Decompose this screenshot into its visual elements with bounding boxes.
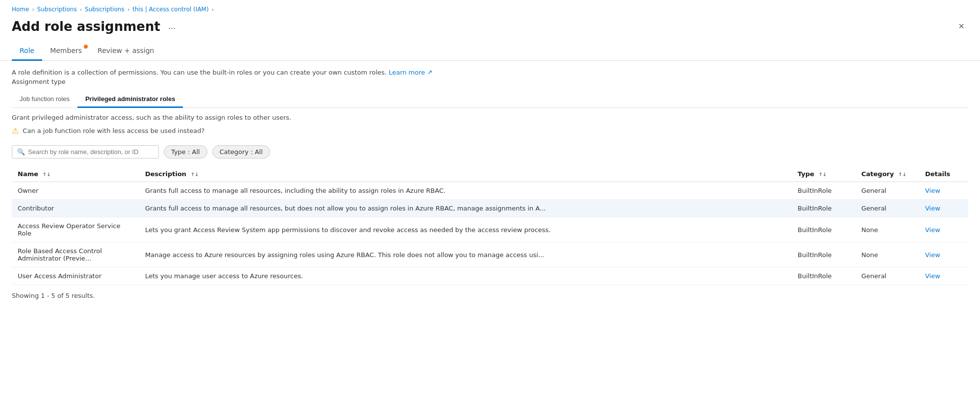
breadcrumb: Home › Subscriptions › Subscriptions › t… <box>0 0 980 17</box>
role-tab-job[interactable]: Job function roles <box>12 91 77 108</box>
sort-category: ↑↓ <box>898 172 906 177</box>
learn-more-link[interactable]: Learn more ↗ <box>389 69 432 76</box>
description-text: A role definition is a collection of per… <box>12 69 968 76</box>
cell-description: Grants full access to manage all resourc… <box>139 200 792 217</box>
showing-text: Showing 1 - 5 of 5 results. <box>12 292 968 299</box>
main-content: A role definition is a collection of per… <box>0 69 980 299</box>
breadcrumb-sep-2: › <box>80 6 82 13</box>
cell-type: BuiltInRole <box>792 217 855 242</box>
cell-description: Manage access to Azure resources by assi… <box>139 242 792 267</box>
sort-type: ↑↓ <box>818 172 827 177</box>
cell-details: View <box>919 200 968 217</box>
warning-row: ⚠ Can a job function role with less acce… <box>12 126 968 135</box>
breadcrumb-subscriptions-2[interactable]: Subscriptions <box>85 6 125 13</box>
tab-members[interactable]: Members <box>42 42 90 61</box>
grant-text: Grant privileged administrator access, s… <box>12 114 968 121</box>
cell-name: User Access Administrator <box>12 267 139 285</box>
breadcrumb-sep-3: › <box>127 6 129 13</box>
cell-category: None <box>855 217 919 242</box>
col-header-description[interactable]: Description ↑↓ <box>139 166 792 182</box>
view-link[interactable]: View <box>925 187 940 194</box>
cell-details: View <box>919 267 968 285</box>
page-title: Add role assignment <box>12 19 160 34</box>
warning-icon: ⚠ <box>12 126 19 135</box>
cell-name: Access Review Operator Service Role <box>12 217 139 242</box>
table-row[interactable]: Role Based Access Control Administrator … <box>12 242 968 267</box>
cell-type: BuiltInRole <box>792 200 855 217</box>
cell-details: View <box>919 182 968 200</box>
breadcrumb-subscriptions-1[interactable]: Subscriptions <box>37 6 77 13</box>
cell-name: Owner <box>12 182 139 200</box>
assignment-type-label: Assignment type <box>12 78 968 85</box>
search-input[interactable] <box>28 148 153 156</box>
table-row[interactable]: Owner Grants full access to manage all r… <box>12 182 968 200</box>
view-link[interactable]: View <box>925 251 940 259</box>
cell-type: BuiltInRole <box>792 182 855 200</box>
cell-category: General <box>855 182 919 200</box>
sort-name: ↑↓ <box>43 172 51 177</box>
view-link[interactable]: View <box>925 272 940 280</box>
cell-description: Lets you manage user access to Azure res… <box>139 267 792 285</box>
table-row[interactable]: Access Review Operator Service Role Lets… <box>12 217 968 242</box>
cell-name: Contributor <box>12 200 139 217</box>
col-header-name[interactable]: Name ↑↓ <box>12 166 139 182</box>
cell-category: None <box>855 242 919 267</box>
tab-role[interactable]: Role <box>12 42 42 61</box>
table-row[interactable]: Contributor Grants full access to manage… <box>12 200 968 217</box>
view-link[interactable]: View <box>925 226 940 234</box>
cell-details: View <box>919 217 968 242</box>
page-title-row: Add role assignment ... <box>12 19 178 34</box>
cell-type: BuiltInRole <box>792 242 855 267</box>
role-tab-privileged[interactable]: Privileged administrator roles <box>77 91 183 108</box>
type-filter-chip[interactable]: Type : All <box>164 145 207 158</box>
breadcrumb-sep-4: › <box>212 6 214 13</box>
ellipsis-button[interactable]: ... <box>165 20 178 32</box>
sort-description: ↑↓ <box>191 172 199 177</box>
breadcrumb-iam[interactable]: this | Access control (IAM) <box>132 6 208 13</box>
cell-description: Grants full access to manage all resourc… <box>139 182 792 200</box>
search-box[interactable]: 🔍 <box>12 145 159 158</box>
cell-category: General <box>855 200 919 217</box>
col-header-category[interactable]: Category ↑↓ <box>855 166 919 182</box>
cell-details: View <box>919 242 968 267</box>
search-icon: 🔍 <box>17 148 25 156</box>
members-badge <box>84 45 88 49</box>
roles-table: Name ↑↓ Description ↑↓ Type ↑↓ Category … <box>12 166 968 285</box>
view-link[interactable]: View <box>925 205 940 212</box>
warning-text: Can a job function role with less access… <box>23 127 204 134</box>
role-type-tabs: Job function roles Privileged administra… <box>12 91 968 108</box>
cell-description: Lets you grant Access Review System app … <box>139 217 792 242</box>
cell-name: Role Based Access Control Administrator … <box>12 242 139 267</box>
breadcrumb-home[interactable]: Home <box>12 6 29 13</box>
table-row[interactable]: User Access Administrator Lets you manag… <box>12 267 968 285</box>
cell-category: General <box>855 267 919 285</box>
close-button[interactable]: × <box>955 19 968 34</box>
table-header-row: Name ↑↓ Description ↑↓ Type ↑↓ Category … <box>12 166 968 182</box>
col-header-type[interactable]: Type ↑↓ <box>792 166 855 182</box>
tabs-row: Role Members Review + assign <box>0 42 980 61</box>
tab-review[interactable]: Review + assign <box>90 42 162 61</box>
category-filter-chip[interactable]: Category : All <box>212 145 270 158</box>
breadcrumb-sep-1: › <box>32 6 34 13</box>
page-header: Add role assignment ... × <box>0 17 980 42</box>
col-header-details: Details <box>919 166 968 182</box>
cell-type: BuiltInRole <box>792 267 855 285</box>
filters-row: 🔍 Type : All Category : All <box>12 145 968 158</box>
